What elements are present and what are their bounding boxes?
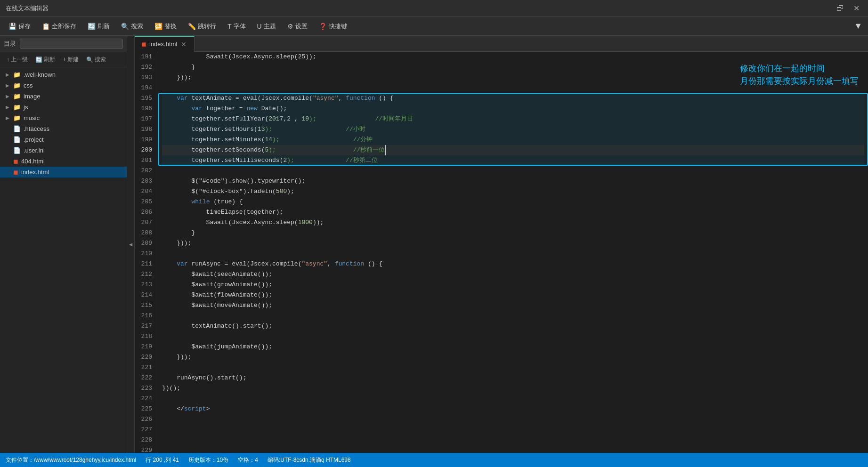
replace-button[interactable]: 🔁 替换 — [150, 20, 181, 32]
line-number: 217 — [138, 321, 152, 331]
collapse-arrow-icon: ◀ — [129, 241, 132, 248]
code-line: timeElapse(together); — [162, 207, 864, 217]
sidebar-item-404[interactable]: ◼ 404.html — [0, 156, 127, 167]
shortcut-icon: ❓ — [319, 23, 327, 30]
sidebar-dir-label: 目录 — [4, 40, 16, 48]
line-number: 193 — [138, 72, 152, 83]
line-number: 214 — [138, 290, 152, 300]
line-number: 202 — [138, 166, 152, 176]
code-line: $await(moveAnimate()); — [162, 300, 864, 311]
code-line: $await(seedAnimate()); — [162, 269, 864, 280]
sidebar-up-button[interactable]: ↑ 上一级 — [4, 54, 31, 65]
settings-icon: ⚙ — [287, 23, 293, 30]
line-number: 200 — [138, 145, 152, 155]
tab-index-html[interactable]: ◼ index.html ✕ — [135, 36, 195, 52]
line-number: 211 — [138, 259, 152, 269]
sidebar-item-user-ini[interactable]: 📄 .user.ini — [0, 145, 127, 156]
minimize-button[interactable]: 🗗 — [834, 3, 847, 14]
sidebar-refresh-button[interactable]: 🔄 刷新 — [32, 54, 58, 65]
sidebar-item-well-known[interactable]: ▶ 📁 .well-known — [0, 69, 127, 80]
sidebar-path-input[interactable] — [20, 39, 123, 49]
refresh-small-icon: 🔄 — [35, 56, 42, 63]
save-button[interactable]: 💾 保存 — [4, 20, 35, 32]
titlebar-controls: 🗗 ✕ — [834, 3, 862, 14]
goto-button[interactable]: ✏️ 跳转行 — [183, 20, 221, 32]
folder-icon: 📁 — [13, 82, 21, 89]
sidebar-search-button[interactable]: 🔍 搜索 — [83, 54, 109, 65]
code-line — [162, 166, 864, 176]
line-number: 206 — [138, 207, 152, 217]
search-small-icon: 🔍 — [86, 56, 93, 63]
line-number: 196 — [138, 104, 152, 114]
save-all-button[interactable]: 📋 全部保存 — [37, 20, 81, 32]
settings-button[interactable]: ⚙ 设置 — [283, 20, 312, 32]
tab-close-button[interactable]: ✕ — [180, 40, 187, 48]
code-line: })); — [162, 238, 864, 249]
toolbar: 💾 保存 📋 全部保存 🔄 刷新 🔍 搜索 🔁 替换 ✏️ 跳转行 T 字体 U… — [0, 17, 868, 36]
theme-button[interactable]: U 主题 — [252, 20, 281, 32]
code-editor[interactable]: 1911921931941951961971981992002012022032… — [135, 52, 868, 453]
code-line: textAnimate().start(); — [162, 321, 864, 331]
code-line: var textAnimate = eval(Jscex.compile("as… — [162, 93, 864, 104]
line-number: 199 — [138, 135, 152, 145]
code-line: while (true) { — [162, 197, 864, 207]
goto-label: 跳转行 — [198, 22, 216, 31]
line-number: 218 — [138, 331, 152, 342]
line-number: 229 — [138, 445, 152, 453]
save-all-icon: 📋 — [42, 23, 50, 30]
tab-label: index.html — [149, 40, 177, 48]
code-line: })(); — [162, 383, 864, 394]
sidebar-item-css[interactable]: ▶ 📁 css — [0, 80, 127, 91]
statusbar: 文件位置：/www/wwwroot/128ghehyy.icu/index.ht… — [0, 453, 868, 467]
tab-bar: ◼ index.html ✕ — [135, 36, 868, 52]
html-icon: ◼ — [13, 169, 18, 176]
font-button[interactable]: T 字体 — [223, 20, 251, 32]
sidebar-item-index[interactable]: ◼ index.html — [0, 167, 127, 177]
refresh-button[interactable]: 🔄 刷新 — [83, 20, 114, 32]
line-number: 228 — [138, 435, 152, 445]
shortcut-button[interactable]: ❓ 快捷键 — [314, 20, 352, 32]
sidebar: 目录 ↑ 上一级 🔄 刷新 + 新建 🔍 搜索 ▶ 📁 — [0, 36, 127, 453]
refresh-label: 刷新 — [97, 22, 110, 31]
font-icon: T — [227, 23, 232, 30]
line-number: 195 — [138, 93, 152, 104]
file-icon: 📄 — [13, 147, 21, 154]
code-line — [162, 331, 864, 342]
theme-label: 主题 — [264, 22, 276, 31]
close-button[interactable]: ✕ — [851, 3, 862, 14]
search-label: 搜索 — [131, 22, 143, 31]
code-line: </script> — [162, 404, 864, 414]
goto-icon: ✏️ — [188, 23, 196, 30]
file-icon: 📄 — [13, 125, 21, 132]
code-content[interactable]: $await(Jscex.Async.sleep(25)); } })); va… — [158, 52, 868, 453]
up-arrow-icon: ↑ — [7, 56, 9, 63]
sidebar-collapse-handle[interactable]: ◀ — [127, 36, 135, 453]
status-history: 历史版本：10份 — [188, 456, 228, 464]
sidebar-item-music[interactable]: ▶ 📁 music — [0, 113, 127, 123]
code-line — [162, 394, 864, 404]
sidebar-item-image[interactable]: ▶ 📁 image — [0, 91, 127, 102]
code-line: together.setHours(13); //小时 — [162, 124, 864, 135]
toolbar-dropdown-button[interactable]: ▼ — [852, 19, 864, 33]
expand-arrow-icon: ▶ — [6, 83, 9, 88]
sidebar-item-project[interactable]: 📄 .project — [0, 134, 127, 145]
save-icon: 💾 — [8, 23, 16, 30]
sidebar-item-js[interactable]: ▶ 📁 js — [0, 102, 127, 113]
code-line: $await(flowAnimate()); — [162, 290, 864, 300]
shortcut-label: 快捷键 — [329, 22, 347, 31]
code-line: var runAsync = eval(Jscex.compile("async… — [162, 259, 864, 269]
status-file-path: 文件位置：/www/wwwroot/128ghehyy.icu/index.ht… — [6, 456, 136, 464]
replace-icon: 🔁 — [154, 23, 162, 30]
up-label: 上一级 — [11, 56, 28, 64]
line-number: 201 — [138, 155, 152, 166]
line-number: 226 — [138, 414, 152, 425]
file-tree: ▶ 📁 .well-known ▶ 📁 css ▶ 📁 image ▶ 📁 js… — [0, 67, 127, 453]
sidebar-item-htaccess[interactable]: 📄 .htaccess — [0, 123, 127, 134]
save-label: 保存 — [18, 22, 31, 31]
code-line: together.setMilliseconds(2); //秒第二位 — [162, 155, 864, 166]
folder-icon: 📁 — [13, 114, 21, 121]
search-button[interactable]: 🔍 搜索 — [116, 20, 148, 32]
line-number: 213 — [138, 280, 152, 290]
status-row-col: 行 200 ,列 41 — [146, 456, 179, 464]
sidebar-new-button[interactable]: + 新建 — [60, 54, 81, 65]
